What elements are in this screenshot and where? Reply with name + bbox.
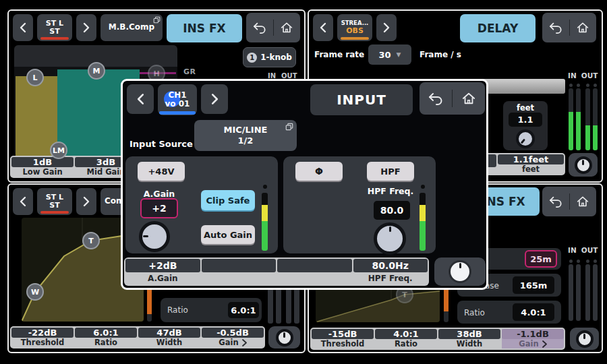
in-meter-right bbox=[576, 88, 581, 150]
meter-peak-dot bbox=[577, 84, 580, 87]
readout-value bbox=[202, 259, 277, 272]
tab-ins-fx[interactable]: INS FX bbox=[167, 14, 242, 42]
feet-value[interactable]: 1.1 bbox=[509, 113, 542, 127]
handle-label: T bbox=[88, 237, 94, 245]
nav-group bbox=[542, 13, 596, 42]
ratio-row[interactable]: Ratio 6.0:1 bbox=[161, 298, 262, 322]
handle-label: T bbox=[402, 291, 407, 299]
channel-select-button[interactable]: ST L ST bbox=[37, 188, 72, 215]
auto-gain-button[interactable]: Auto Gain bbox=[201, 225, 255, 244]
width-handle[interactable]: W bbox=[26, 283, 44, 301]
channel-color-bar bbox=[159, 111, 196, 115]
home-button[interactable] bbox=[453, 82, 485, 115]
channel-select-button[interactable]: STREA... OBS bbox=[337, 14, 372, 41]
next-channel-button[interactable] bbox=[376, 14, 397, 41]
touch-knob-button[interactable] bbox=[268, 326, 300, 348]
undo-button[interactable] bbox=[542, 13, 569, 42]
value-text: 165m bbox=[520, 280, 548, 291]
hpf-button[interactable]: HPF bbox=[367, 162, 414, 181]
home-icon bbox=[280, 22, 293, 34]
readout-low-gain[interactable]: 1dBLow Gain bbox=[11, 157, 74, 177]
value-text: 6.0:1 bbox=[231, 305, 256, 315]
readout-again[interactable]: +2dBA.Gain bbox=[125, 259, 200, 284]
touch-knob-button[interactable] bbox=[570, 328, 599, 350]
readout-gain-selected[interactable]: -1.1dB Gain bbox=[502, 329, 564, 348]
tab-label: INS FX bbox=[482, 195, 525, 208]
readout-width[interactable]: 47dBWidth bbox=[138, 328, 200, 347]
next-channel-button[interactable] bbox=[76, 14, 96, 41]
clip-indicator-dot bbox=[421, 185, 425, 189]
attack-value: 25m bbox=[525, 250, 557, 268]
chevron-right-icon bbox=[383, 22, 390, 33]
readout-hpf-freq[interactable]: 80.0HzHPF Freq. bbox=[353, 259, 428, 284]
next-channel-button[interactable] bbox=[201, 84, 228, 114]
in-meter-right bbox=[576, 264, 581, 321]
one-knob-button[interactable]: 1 1-knob bbox=[243, 47, 296, 67]
band-handle-lowmid[interactable]: LM bbox=[50, 142, 67, 159]
band-handle-low[interactable]: L bbox=[26, 69, 44, 86]
channel-select-button[interactable]: CH1 vo 01 bbox=[158, 84, 197, 115]
chevron-left-icon bbox=[20, 22, 26, 33]
undo-button[interactable] bbox=[246, 13, 273, 42]
touch-knob-button[interactable] bbox=[569, 153, 598, 177]
undo-button[interactable] bbox=[420, 82, 452, 115]
channel-select-button[interactable]: ST L ST bbox=[37, 14, 72, 41]
readout-feet[interactable]: 1.1feetfeet bbox=[498, 154, 564, 174]
hpf-freq-value[interactable]: 80.0 bbox=[374, 201, 410, 220]
out-meter-right bbox=[593, 88, 598, 150]
readout-value bbox=[277, 259, 352, 272]
plugin-select-button[interactable]: M.B.Comp bbox=[100, 14, 163, 41]
gr-meter-label: GR bbox=[183, 67, 196, 76]
meter-peak-dot bbox=[569, 260, 573, 263]
clip-safe-button[interactable]: Clip Safe bbox=[201, 190, 255, 210]
readout-3[interactable] bbox=[277, 259, 352, 284]
phase-button[interactable]: Φ bbox=[295, 162, 343, 181]
readout-ratio[interactable]: 6.0:1Ratio bbox=[75, 328, 137, 347]
readout-2[interactable] bbox=[202, 259, 277, 284]
prev-channel-button[interactable] bbox=[127, 84, 154, 114]
readout-strip: +2dBA.Gain 80.0HzHPF Freq. bbox=[124, 257, 429, 286]
readout-label bbox=[277, 272, 352, 284]
prev-channel-button[interactable] bbox=[13, 14, 33, 41]
prev-channel-button[interactable] bbox=[313, 14, 333, 41]
readout-width[interactable]: 38dBWidth bbox=[438, 329, 500, 348]
home-button[interactable] bbox=[570, 13, 597, 42]
out-meter-left bbox=[585, 88, 590, 150]
band-handle-mid[interactable]: M bbox=[88, 62, 105, 80]
phantom-48v-button[interactable]: +48V bbox=[138, 162, 185, 181]
next-channel-button[interactable] bbox=[76, 188, 96, 215]
home-button[interactable] bbox=[570, 187, 597, 216]
threshold-handle[interactable]: T bbox=[82, 232, 100, 249]
io-meter-labels: IN OUT bbox=[568, 71, 598, 80]
tab-label: INS FX bbox=[183, 22, 225, 35]
touch-knob-button[interactable] bbox=[434, 257, 486, 286]
readout-label: Threshold bbox=[312, 339, 374, 348]
meter-peak-dot bbox=[594, 260, 597, 263]
home-button[interactable] bbox=[274, 13, 301, 42]
button-label: Φ bbox=[315, 166, 323, 177]
readout-threshold[interactable]: -22dBThreshold bbox=[11, 328, 74, 347]
ratio-row[interactable]: Ratio 4.0:1 bbox=[457, 301, 561, 324]
readout-value: -1.1dB bbox=[502, 329, 564, 339]
again-knob[interactable] bbox=[139, 221, 170, 252]
again-value[interactable]: +2 bbox=[140, 198, 178, 218]
input-source-button[interactable]: MIC/LINE 1/2 bbox=[194, 120, 297, 151]
undo-button[interactable] bbox=[542, 187, 569, 216]
prev-channel-button[interactable] bbox=[13, 188, 33, 215]
input-level-meter bbox=[420, 193, 426, 251]
tab-delay[interactable]: DELAY bbox=[460, 14, 536, 42]
readout-label: Width bbox=[138, 338, 200, 347]
feet-control-box: feet 1.1 bbox=[503, 101, 548, 150]
readout-threshold[interactable]: -15dBThreshold bbox=[312, 329, 374, 348]
readout-value: 6.0:1 bbox=[75, 328, 137, 338]
channel-name-line2: ST bbox=[49, 28, 59, 36]
again-label: A.Gain bbox=[132, 189, 186, 199]
readout-gain[interactable]: -0.5dB Gain bbox=[202, 328, 264, 347]
readout-ratio[interactable]: 4.0:1Ratio bbox=[375, 329, 437, 348]
ratio-label: Ratio bbox=[464, 308, 485, 317]
mixer-screen: ST L ST M.B.Comp INS FX bbox=[0, 0, 607, 364]
hpf-freq-knob[interactable] bbox=[374, 222, 406, 255]
feet-knob[interactable] bbox=[516, 129, 535, 148]
out-meter-left bbox=[585, 264, 590, 321]
frame-rate-dropdown[interactable]: 30 ▼ bbox=[368, 44, 411, 65]
